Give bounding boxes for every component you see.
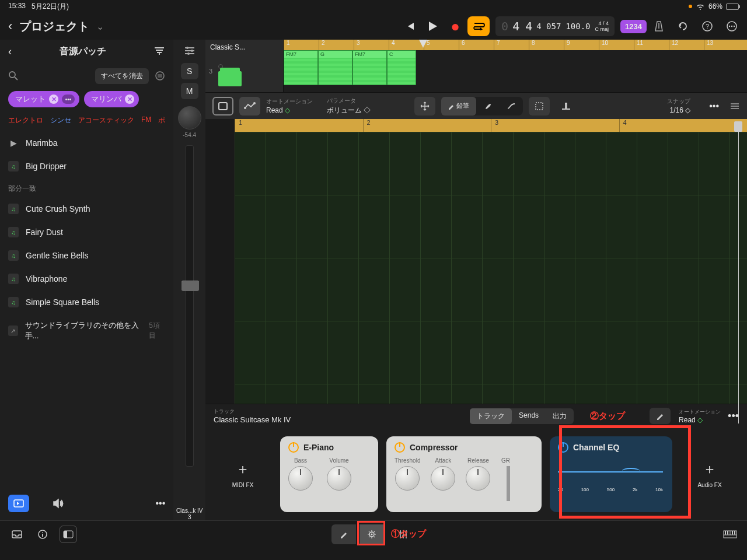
note-icon: ♫ xyxy=(8,204,19,214)
filter-tag[interactable]: マレット ✕ ••• xyxy=(8,91,79,107)
view-mode-badge[interactable]: 1234 xyxy=(620,20,647,33)
category-item[interactable]: ポ xyxy=(158,116,165,125)
help-button[interactable]: ? xyxy=(700,19,714,33)
category-item[interactable]: FM xyxy=(141,116,151,125)
record-button[interactable]: ● xyxy=(445,16,465,36)
volume-knob[interactable] xyxy=(327,466,351,491)
fader-thumb[interactable] xyxy=(181,281,199,291)
power-icon[interactable] xyxy=(558,442,568,453)
library-button[interactable] xyxy=(8,495,29,512)
search-icon[interactable] xyxy=(8,71,19,81)
bass-knob[interactable] xyxy=(288,466,313,491)
seg-sends[interactable]: Sends xyxy=(512,408,546,424)
patch-item[interactable]: ♫ Big Dripper xyxy=(0,155,173,178)
category-item[interactable]: エレクトロ xyxy=(8,116,43,125)
rewind-button[interactable] xyxy=(401,16,421,36)
trim-tool[interactable] xyxy=(556,97,577,116)
add-audio-fx[interactable]: ＋ Audio FX xyxy=(680,460,739,488)
location-indicator-icon xyxy=(689,5,692,8)
patch-item[interactable]: ▶ Marimba xyxy=(0,131,173,155)
patch-item[interactable]: ♫ Fairy Dust xyxy=(0,220,173,244)
library-sidebar: ‹ 音源パッチ すべてを消去 マレット ✕ ••• マリンバ xyxy=(0,40,173,520)
more-button[interactable] xyxy=(725,19,739,33)
panel-toggle-button[interactable] xyxy=(60,526,77,543)
metronome-button[interactable] xyxy=(649,16,669,36)
midi-region[interactable]: G xyxy=(318,50,352,85)
midi-region[interactable]: C xyxy=(387,50,416,85)
pan-knob[interactable] xyxy=(178,106,201,130)
edit-view-button[interactable] xyxy=(331,524,356,544)
undo-button[interactable] xyxy=(676,19,690,33)
automation-grid[interactable] xyxy=(235,132,747,404)
mute-button[interactable]: M xyxy=(181,83,198,99)
project-dropdown-icon[interactable]: ⌄ xyxy=(96,21,104,32)
patch-item[interactable]: ♫ Gentle Sine Bells xyxy=(0,244,173,267)
plugin-channel-eq[interactable]: Channel EQ 20 100 500 2k 10k xyxy=(550,436,672,512)
attack-knob[interactable] xyxy=(431,466,455,491)
inbox-button[interactable] xyxy=(8,526,26,543)
move-tool-button[interactable] xyxy=(414,97,435,116)
plugin-compressor[interactable]: Compressor Threshold Attack Release GR xyxy=(386,436,542,512)
mixer-auto-value[interactable]: Read ◇ xyxy=(679,416,721,424)
midi-region[interactable]: FM7 xyxy=(352,50,387,85)
volume-icon[interactable] xyxy=(53,498,65,509)
tag-remove-icon[interactable]: ✕ xyxy=(125,94,134,104)
category-row[interactable]: エレクトロ シンセ アコースティック FM ポ xyxy=(0,110,173,131)
pencil-tool[interactable]: 鉛筆 xyxy=(441,97,476,116)
arrange-timeline[interactable]: 1 2 3 4 5 6 7 8 9 10 11 12 13 FM7 G xyxy=(284,40,747,92)
clear-all-button[interactable]: すべてを消去 xyxy=(95,68,149,84)
sidebar-options-icon[interactable] xyxy=(155,71,165,81)
keyboard-button[interactable] xyxy=(721,526,739,543)
brush-tool[interactable] xyxy=(476,97,500,116)
eq-graph[interactable]: 20 100 500 2k 10k xyxy=(558,457,663,492)
solo-button[interactable]: S xyxy=(181,63,198,79)
sidebar-back-icon[interactable]: ‹ xyxy=(8,46,12,58)
arrange-ruler[interactable]: 1 2 3 4 5 6 7 8 9 10 11 12 13 xyxy=(284,40,747,50)
automation-tool-button[interactable] xyxy=(239,97,260,116)
sidebar-filter-icon[interactable] xyxy=(153,47,165,56)
power-icon[interactable] xyxy=(395,442,405,453)
mixer-edit-button[interactable] xyxy=(650,408,671,424)
piano-roll-editor[interactable]: 1 2 3 4 xyxy=(205,119,747,404)
power-icon[interactable] xyxy=(288,442,299,453)
midi-region[interactable]: FM7 xyxy=(284,50,318,85)
marquee-tool[interactable] xyxy=(529,97,550,116)
category-item[interactable]: シンセ xyxy=(50,116,71,125)
editor-more-icon[interactable]: ••• xyxy=(709,101,719,111)
region-select-button[interactable] xyxy=(212,97,233,116)
curve-tool[interactable] xyxy=(500,97,523,116)
mixer-more-icon[interactable]: ••• xyxy=(728,410,739,422)
strip-settings-icon[interactable] xyxy=(181,42,198,60)
plugin-epiano[interactable]: E-Piano Bass Volume xyxy=(280,436,378,512)
seg-output[interactable]: 出力 xyxy=(546,408,574,424)
snap-value[interactable]: 1/16 ◇ xyxy=(667,106,690,114)
smart-controls-button[interactable] xyxy=(359,524,384,544)
release-knob[interactable] xyxy=(466,466,490,491)
track-header[interactable]: Classic S... 3 xyxy=(205,40,284,92)
volume-fader[interactable] xyxy=(186,145,194,467)
play-button[interactable] xyxy=(423,16,443,36)
automation-mode-value[interactable]: Read ◇ xyxy=(266,106,313,114)
patch-item[interactable]: ♫ Vibraphone xyxy=(0,267,173,290)
seg-track[interactable]: トラック xyxy=(470,408,512,424)
filter-tag[interactable]: マリンバ ✕ xyxy=(84,91,139,107)
param-value[interactable]: ボリューム ◇ xyxy=(327,106,371,116)
threshold-knob[interactable] xyxy=(395,466,420,491)
sidebar-more-icon[interactable]: ••• xyxy=(156,498,166,509)
get-more-sounds[interactable]: ↗ サウンドライブラリのその他を入手... 5項目 xyxy=(0,314,173,348)
editor-playhead-icon[interactable] xyxy=(734,121,742,132)
category-item[interactable]: アコースティック xyxy=(78,116,134,125)
project-title[interactable]: プロジェクト xyxy=(19,19,89,34)
patch-item[interactable]: ♫ Cute Crush Synth xyxy=(0,197,173,220)
editor-ruler[interactable]: 1 2 3 4 xyxy=(235,119,747,132)
tag-more-icon[interactable]: ••• xyxy=(62,94,75,104)
patch-item[interactable]: ♫ Simple Square Bells xyxy=(0,290,173,314)
add-midi-fx[interactable]: ＋ MIDI FX xyxy=(214,460,272,488)
cycle-button[interactable] xyxy=(467,16,490,36)
info-button[interactable] xyxy=(34,526,51,543)
lcd-display[interactable]: 0 4 4 4 057 100.0 4 / 4 C maj xyxy=(495,16,615,36)
editor-menu-icon[interactable] xyxy=(729,103,740,110)
back-chevron-icon[interactable]: ‹ xyxy=(8,19,12,34)
mixer-track-name: Classic Suitcase Mk IV xyxy=(214,415,291,424)
tag-remove-icon[interactable]: ✕ xyxy=(49,94,58,104)
